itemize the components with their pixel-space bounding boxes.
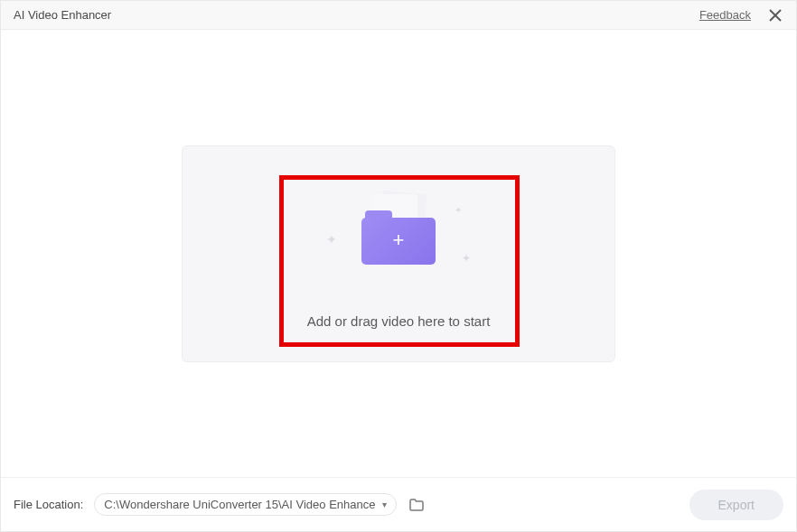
window: AI Video Enhancer Feedback + ✦ ✦ <box>0 0 797 532</box>
bottombar: File Location: C:\Wondershare UniConvert… <box>1 477 796 531</box>
sparkle-icon: ✦ <box>462 252 471 265</box>
folder-icon <box>409 499 424 511</box>
export-button[interactable]: Export <box>689 490 783 520</box>
content-area: + ✦ ✦ ✦ Add or drag video here to start <box>1 30 796 477</box>
video-dropzone[interactable]: + ✦ ✦ ✦ Add or drag video here to start <box>182 145 615 362</box>
sparkle-icon: ✦ <box>455 205 462 215</box>
plus-icon: + <box>393 230 405 250</box>
file-location-label: File Location: <box>14 498 83 511</box>
window-title: AI Video Enhancer <box>14 8 111 22</box>
folder-icon: + <box>361 210 436 265</box>
dropzone-graphic: + ✦ ✦ ✦ <box>326 187 471 277</box>
feedback-link[interactable]: Feedback <box>699 8 751 22</box>
chevron-down-icon: ▾ <box>382 499 387 509</box>
open-folder-button[interactable] <box>408 496 426 514</box>
file-location-select[interactable]: C:\Wondershare UniConverter 15\AI Video … <box>94 493 397 516</box>
dropzone-text: Add or drag video here to start <box>307 313 491 329</box>
close-button[interactable] <box>767 7 783 23</box>
titlebar: AI Video Enhancer Feedback <box>1 1 796 30</box>
sparkle-icon: ✦ <box>326 232 337 247</box>
close-icon <box>769 9 782 22</box>
file-location-path: C:\Wondershare UniConverter 15\AI Video … <box>104 498 375 511</box>
